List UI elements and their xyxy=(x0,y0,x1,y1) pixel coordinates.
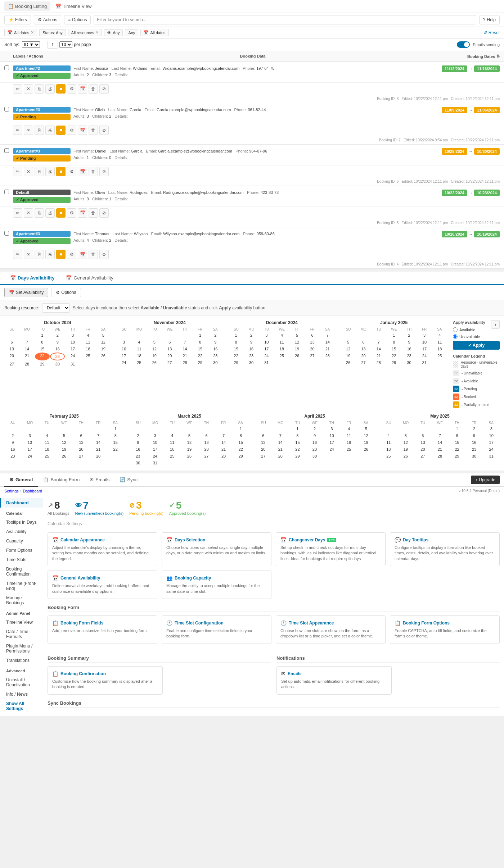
sidebar-item-booking-confirmation[interactable]: Booking Confirmation xyxy=(0,564,43,579)
cal-day-17[interactable]: 17 xyxy=(259,346,274,352)
cal-day-29[interactable]: 29 xyxy=(35,361,50,367)
cal-day-10[interactable]: 10 xyxy=(259,339,274,345)
resource-select[interactable]: Default xyxy=(42,303,70,313)
cal-day-28[interactable]: 28 xyxy=(432,453,449,459)
card-general-availability[interactable]: 📅 General Availability Define unavailabl… xyxy=(48,571,157,599)
cal-day-30[interactable]: 30 xyxy=(466,453,483,459)
cal-day-8[interactable]: 8 xyxy=(107,432,124,439)
cal-day-26[interactable]: 26 xyxy=(147,359,162,366)
cal-day-2[interactable]: 2 xyxy=(466,426,483,432)
cal-day-23[interactable]: 23 xyxy=(130,453,147,459)
cal-day-9[interactable]: 9 xyxy=(466,432,483,439)
cal-day-22[interactable]: 22 xyxy=(193,353,207,359)
cal-day-24[interactable]: 24 xyxy=(417,353,432,359)
cal-day-10[interactable]: 10 xyxy=(483,432,500,439)
cal-day-17[interactable]: 17 xyxy=(323,439,340,446)
cal-day-12[interactable]: 12 xyxy=(289,339,304,345)
trash-btn-8[interactable]: 🗑 xyxy=(89,84,98,94)
cal-day-22[interactable]: 22 xyxy=(107,446,124,453)
cal-day-4[interactable]: 4 xyxy=(132,339,147,345)
cal-day-23[interactable]: 23 xyxy=(306,446,323,453)
cal-day-16[interactable]: 16 xyxy=(4,446,21,453)
cal-day-22[interactable]: 22 xyxy=(289,446,306,453)
delete-btn-6[interactable]: ✕ xyxy=(24,167,33,176)
block-btn-5[interactable]: ⊘ xyxy=(99,208,109,218)
cal-day-19[interactable]: 19 xyxy=(147,353,162,359)
cal-day-21[interactable]: 21 xyxy=(215,446,232,453)
cal-day-26[interactable]: 26 xyxy=(56,453,73,459)
cal-day-24[interactable]: 24 xyxy=(117,359,131,366)
card-emails[interactable]: ✉ Emails Set up automatic email notifica… xyxy=(276,666,392,695)
cal-day-28[interactable]: 28 xyxy=(90,453,107,459)
cal-day-28[interactable]: 28 xyxy=(320,353,335,359)
cal-day-24[interactable]: 24 xyxy=(483,446,500,453)
cal-day-25[interactable]: 25 xyxy=(341,446,357,453)
tab-booking-form[interactable]: 📋 Booking Form xyxy=(38,473,85,487)
cal-day-22[interactable]: 22 xyxy=(232,446,249,453)
cal-day-30[interactable]: 30 xyxy=(402,359,417,366)
cal-next-arrow[interactable]: › xyxy=(491,320,500,329)
cal-day-11[interactable]: 11 xyxy=(164,439,181,446)
cal-day-20[interactable]: 20 xyxy=(255,446,272,453)
cal-day-7[interactable]: 7 xyxy=(371,339,386,345)
card-changeover-days[interactable]: 📅 Changeover Days Pro Set up check-in an… xyxy=(276,532,386,566)
cal-day-31[interactable]: 31 xyxy=(259,359,274,366)
cal-day-3[interactable]: 3 xyxy=(483,426,500,432)
options-button[interactable]: ≡ Options xyxy=(64,15,91,24)
sidebar-item-translations[interactable]: Translations xyxy=(0,656,43,665)
cal-day-27[interactable]: 27 xyxy=(356,359,371,366)
cal-day-16[interactable]: 16 xyxy=(466,439,483,446)
cal-day-15[interactable]: 15 xyxy=(35,346,50,352)
cal-day-11[interactable]: 11 xyxy=(341,432,357,439)
cal-day-17[interactable]: 17 xyxy=(147,446,164,453)
cal-day-20[interactable]: 20 xyxy=(414,446,431,453)
sidebar-item-uninstall[interactable]: Uninstall / Deactivation xyxy=(0,675,43,690)
cal-day-7[interactable]: 7 xyxy=(320,332,335,338)
cal-day-6[interactable]: 6 xyxy=(255,432,272,439)
calendar-btn-5[interactable]: 📅 xyxy=(78,208,87,218)
cal-day-15[interactable]: 15 xyxy=(232,439,249,446)
cal-day-4[interactable]: 4 xyxy=(341,426,357,432)
color-btn-4[interactable]: ■ xyxy=(56,250,66,259)
cal-day-13[interactable]: 13 xyxy=(414,439,431,446)
settings-btn-6[interactable]: ⚙ xyxy=(67,167,76,176)
cal-day-14[interactable]: 14 xyxy=(19,346,34,352)
cal-day-13[interactable]: 13 xyxy=(305,339,320,345)
cal-day-2[interactable]: 2 xyxy=(208,332,223,338)
cal-day-30[interactable]: 30 xyxy=(306,453,323,459)
sidebar-item-dashboard[interactable]: Dashboard xyxy=(0,498,43,508)
unavailable-radio-input[interactable] xyxy=(453,334,458,339)
cal-day-23[interactable]: 23 xyxy=(402,353,417,359)
cal-day-19[interactable]: 19 xyxy=(289,346,304,352)
filter-any2[interactable]: Any xyxy=(125,29,138,36)
tab-days-availability[interactable]: 📅 Days Availability xyxy=(4,272,60,285)
settings-btn-5[interactable]: ⚙ xyxy=(67,208,76,218)
cal-day-3[interactable]: 3 xyxy=(147,432,164,439)
cal-day-29[interactable]: 29 xyxy=(193,359,207,366)
cal-day-1[interactable]: 1 xyxy=(193,332,207,338)
cal-day-20[interactable]: 20 xyxy=(4,353,19,360)
cal-day-18[interactable]: 18 xyxy=(341,439,357,446)
cal-day-27[interactable]: 27 xyxy=(162,359,177,366)
sort-select[interactable]: ID ▼ xyxy=(22,41,40,48)
cal-day-7[interactable]: 7 xyxy=(177,339,192,345)
cal-day-30[interactable]: 30 xyxy=(244,359,258,366)
cal-day-13[interactable]: 13 xyxy=(4,346,19,352)
copy-btn-5[interactable]: ⎘ xyxy=(35,208,44,218)
cal-day-21[interactable]: 21 xyxy=(432,446,449,453)
reset-button[interactable]: ↺ Reset xyxy=(483,30,500,35)
cal-day-18[interactable]: 18 xyxy=(274,346,289,352)
filter-resource-clear[interactable]: ✕ xyxy=(95,30,99,35)
cal-day-22[interactable]: 22 xyxy=(387,353,401,359)
cal-day-26[interactable]: 26 xyxy=(357,446,374,453)
cal-day-21[interactable]: 21 xyxy=(90,446,107,453)
cal-day-7[interactable]: 7 xyxy=(19,339,34,345)
cal-day-16[interactable]: 16 xyxy=(208,346,223,352)
settings-btn-8[interactable]: ⚙ xyxy=(67,84,76,94)
page-number-input[interactable] xyxy=(47,41,58,49)
cal-day-5[interactable]: 5 xyxy=(357,426,374,432)
cal-day-15[interactable]: 15 xyxy=(193,346,207,352)
cal-day-15[interactable]: 15 xyxy=(107,439,124,446)
cal-day-26[interactable]: 26 xyxy=(181,453,198,459)
card-booking-form-fields[interactable]: 📋 Booking Form Fields Add, remove, or cu… xyxy=(48,615,157,644)
